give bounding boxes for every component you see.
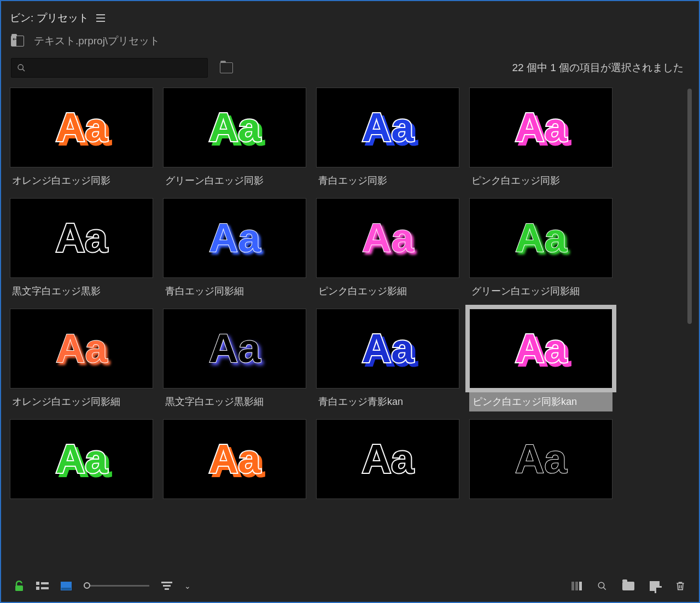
preset-thumbnail[interactable]: Aa: [10, 309, 153, 389]
zoom-track[interactable]: [84, 585, 149, 587]
preset-label: [469, 499, 612, 509]
preset-preview-text: Aa: [515, 107, 567, 148]
svg-point-0: [18, 65, 23, 69]
new-folder-icon[interactable]: [622, 582, 634, 590]
svg-rect-2: [15, 585, 23, 591]
preset-thumbnail[interactable]: Aa: [10, 198, 153, 278]
freeform-view-icon[interactable]: [571, 582, 582, 590]
preset-thumbnail[interactable]: Aa: [163, 88, 306, 167]
search-input[interactable]: [30, 63, 202, 73]
preset-thumbnail[interactable]: Aa: [316, 198, 459, 278]
preset-grid: Aaオレンジ白エッジ同影Aaグリーン白エッジ同影Aa青白エッジ同影Aaピンク白エ…: [10, 85, 692, 569]
preset-item[interactable]: Aaグリーン白エッジ同影: [163, 88, 306, 190]
preset-preview-text: Aa: [515, 218, 567, 258]
preset-preview-text: Aa: [56, 328, 108, 369]
preset-preview-text: Aa: [209, 218, 261, 258]
preset-label: [163, 499, 306, 509]
preset-item[interactable]: Aaオレンジ白エッジ同影: [10, 88, 153, 190]
preset-label: 黒文字白エッジ黒影: [10, 278, 153, 301]
toolbar-row: 22 個中 1 個の項目が選択されました: [3, 56, 697, 85]
svg-line-4: [603, 587, 606, 590]
preset-item[interactable]: Aa: [469, 419, 612, 509]
preset-preview-text: Aa: [56, 107, 108, 148]
zoom-knob[interactable]: [84, 582, 90, 589]
preset-label: [10, 499, 153, 509]
preset-preview-text: Aa: [362, 439, 414, 479]
preset-label: ピンク白エッジ影細: [316, 278, 459, 301]
lock-icon[interactable]: [14, 581, 24, 592]
preset-thumbnail[interactable]: Aa: [163, 419, 306, 499]
preset-item[interactable]: Aa: [316, 419, 459, 509]
preset-label: オレンジ白エッジ同影細: [10, 389, 153, 411]
footer-toolbar: ⌄: [3, 569, 697, 602]
scrollbar-thumb[interactable]: [687, 89, 692, 324]
new-bin-icon[interactable]: [220, 62, 233, 73]
preset-thumbnail[interactable]: Aa: [316, 88, 459, 167]
preset-thumbnail[interactable]: Aa: [469, 309, 612, 389]
preset-label: 青白エッジ青影kan: [316, 389, 459, 411]
selection-status: 22 個中 1 個の項目が選択されました: [512, 61, 689, 75]
bin-panel: ビン: プリセット テキスト.prproj\プリセット 22 個中 1 個の項目…: [1, 1, 699, 602]
preset-label: 青白エッジ同影: [316, 167, 459, 190]
preset-preview-text: Aa: [209, 439, 261, 479]
preset-thumbnail[interactable]: Aa: [316, 309, 459, 389]
preset-item[interactable]: Aa青白エッジ同影: [316, 88, 459, 190]
preset-preview-text: Aa: [56, 439, 108, 479]
parent-bin-icon[interactable]: [11, 36, 24, 47]
breadcrumb-row: テキスト.prproj\プリセット: [3, 34, 697, 56]
preset-preview-text: Aa: [515, 439, 567, 479]
icon-view-icon[interactable]: [61, 582, 72, 590]
preset-preview-text: Aa: [362, 328, 414, 369]
preset-item[interactable]: Aa黒文字白エッジ黒影: [10, 198, 153, 301]
preset-thumbnail[interactable]: Aa: [10, 88, 153, 167]
sort-icon[interactable]: [161, 582, 172, 590]
svg-point-3: [598, 582, 604, 588]
preset-label: [316, 499, 459, 509]
preset-preview-text: Aa: [362, 107, 414, 148]
list-view-icon[interactable]: [36, 582, 49, 590]
search-input-wrap[interactable]: [11, 58, 208, 78]
preset-label: グリーン白エッジ同影細: [469, 278, 612, 301]
preset-item[interactable]: Aa青白エッジ同影細: [163, 198, 306, 301]
preset-thumbnail[interactable]: Aa: [469, 419, 612, 499]
scrollbar[interactable]: [687, 88, 692, 378]
preset-item[interactable]: Aaグリーン白エッジ同影細: [469, 198, 612, 301]
preset-label: グリーン白エッジ同影: [163, 167, 306, 190]
preset-preview-text: Aa: [209, 328, 261, 369]
new-item-icon[interactable]: [650, 581, 660, 591]
preset-thumbnail[interactable]: Aa: [316, 419, 459, 499]
panel-menu-icon[interactable]: [96, 14, 105, 22]
preset-thumbnail[interactable]: Aa: [469, 88, 612, 167]
preset-label: オレンジ白エッジ同影: [10, 167, 153, 190]
preset-item[interactable]: Aaピンク白エッジ影細: [316, 198, 459, 301]
grid-wrap: Aaオレンジ白エッジ同影Aaグリーン白エッジ同影Aa青白エッジ同影Aaピンク白エ…: [3, 85, 697, 569]
preset-preview-text: Aa: [362, 218, 414, 258]
preset-label: 黒文字白エッジ黒影細: [163, 389, 306, 411]
preset-item[interactable]: Aa: [10, 419, 153, 509]
preset-preview-text: Aa: [209, 107, 261, 148]
preset-thumbnail[interactable]: Aa: [163, 309, 306, 389]
preset-item[interactable]: Aa黒文字白エッジ黒影細: [163, 309, 306, 411]
preset-thumbnail[interactable]: Aa: [10, 419, 153, 499]
panel-title: ビン: プリセット: [10, 11, 89, 25]
preset-label: ピンク白エッジ同影kan: [469, 389, 612, 411]
svg-line-1: [22, 69, 25, 71]
preset-item[interactable]: Aaピンク白エッジ同影: [469, 88, 612, 190]
search-icon: [17, 63, 26, 72]
preset-thumbnail[interactable]: Aa: [469, 198, 612, 278]
preset-item[interactable]: Aaオレンジ白エッジ同影細: [10, 309, 153, 411]
preset-label: 青白エッジ同影細: [163, 278, 306, 301]
preset-item[interactable]: Aa青白エッジ青影kan: [316, 309, 459, 411]
trash-icon[interactable]: [675, 580, 686, 592]
preset-preview-text: Aa: [515, 328, 567, 369]
preset-item[interactable]: Aaピンク白エッジ同影kan: [469, 309, 612, 411]
panel-header: ビン: プリセット: [3, 3, 697, 34]
chevron-down-icon[interactable]: ⌄: [184, 582, 191, 590]
preset-preview-text: Aa: [56, 218, 108, 258]
find-icon[interactable]: [597, 581, 607, 591]
breadcrumb: テキスト.prproj\プリセット: [34, 34, 160, 48]
preset-thumbnail[interactable]: Aa: [163, 198, 306, 278]
preset-item[interactable]: Aa: [163, 419, 306, 509]
zoom-slider[interactable]: [84, 585, 149, 587]
preset-label: ピンク白エッジ同影: [469, 167, 612, 190]
